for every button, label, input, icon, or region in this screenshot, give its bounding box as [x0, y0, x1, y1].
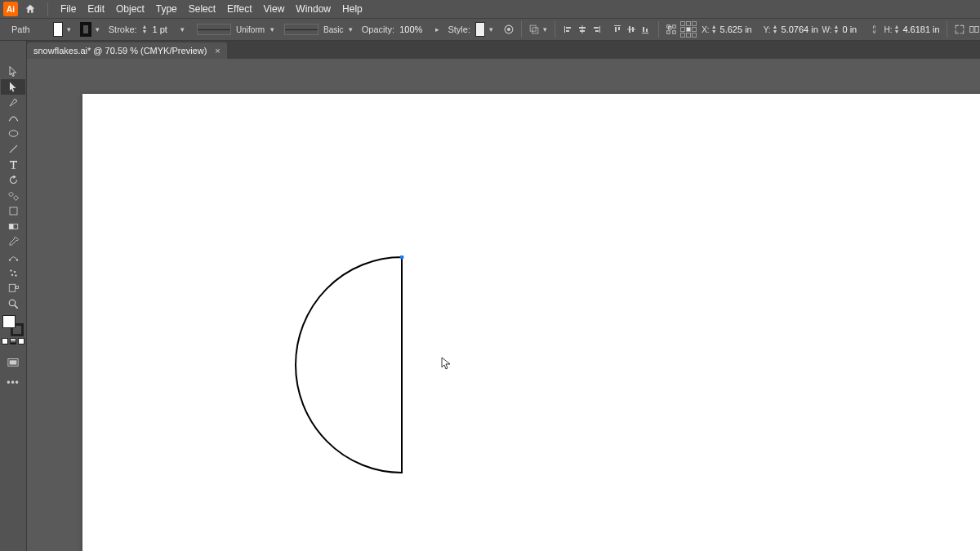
- x-field[interactable]: [720, 24, 758, 34]
- isolate-icon[interactable]: [954, 21, 965, 38]
- selection-type-label: Path: [11, 24, 30, 34]
- svg-point-47: [400, 256, 404, 260]
- svg-rect-42: [16, 287, 18, 289]
- fill-stroke-controls[interactable]: [2, 315, 24, 336]
- transform-dropdown[interactable]: ▾: [543, 25, 548, 33]
- pen-tool[interactable]: [1, 95, 25, 110]
- align-vcenter-icon[interactable]: [625, 22, 638, 37]
- artboard[interactable]: [82, 94, 980, 551]
- svg-point-37: [10, 269, 11, 271]
- divider: [658, 21, 659, 38]
- stroke-label: Stroke:: [109, 24, 137, 34]
- fill-indicator[interactable]: [2, 315, 16, 328]
- variable-width-label: Uniform: [236, 25, 265, 34]
- menu-type[interactable]: Type: [150, 0, 183, 18]
- svg-rect-24: [672, 25, 675, 29]
- close-tab-icon[interactable]: ×: [215, 46, 220, 56]
- brush-dropdown[interactable]: ▾: [349, 25, 354, 33]
- recolor-icon[interactable]: [503, 21, 514, 38]
- stroke-dropdown[interactable]: ▾: [95, 25, 100, 33]
- menu-window[interactable]: Window: [290, 0, 336, 18]
- brush-preview[interactable]: [284, 24, 318, 35]
- reference-point-grid[interactable]: [680, 20, 697, 38]
- artboard-tool[interactable]: [1, 281, 25, 296]
- menu-select[interactable]: Select: [183, 0, 221, 18]
- fill-dropdown[interactable]: ▾: [66, 25, 71, 33]
- transform-icon[interactable]: [528, 21, 540, 38]
- menu-object[interactable]: Object: [110, 0, 150, 18]
- variable-width-dropdown[interactable]: ▾: [270, 25, 274, 33]
- direct-selection-tool[interactable]: [1, 79, 25, 95]
- blend-tool[interactable]: [1, 250, 25, 265]
- edit-toolbar-button[interactable]: •••: [7, 377, 20, 389]
- svg-rect-6: [566, 30, 569, 32]
- align-right-icon[interactable]: [590, 22, 603, 37]
- screen-mode-button[interactable]: [4, 356, 22, 369]
- shape-builder-tool[interactable]: [1, 188, 25, 203]
- h-stepper[interactable]: ▲▼: [893, 24, 899, 34]
- svg-rect-11: [594, 27, 599, 29]
- color-mode-none[interactable]: [18, 338, 24, 344]
- x-stepper[interactable]: ▲▼: [711, 24, 717, 34]
- align-bottom-icon[interactable]: [639, 22, 652, 37]
- style-dropdown[interactable]: ▾: [488, 25, 493, 33]
- align-vertical-group: [611, 22, 652, 37]
- color-mode-solid[interactable]: [2, 338, 8, 344]
- svg-rect-21: [646, 29, 648, 32]
- rotate-tool[interactable]: [1, 172, 25, 188]
- color-mode-gradient[interactable]: [10, 338, 16, 344]
- h-field[interactable]: [902, 24, 940, 34]
- stroke-swatch[interactable]: [80, 22, 91, 37]
- variable-width-preview[interactable]: [197, 24, 231, 35]
- color-mode-row: [2, 338, 24, 344]
- menu-edit[interactable]: Edit: [82, 0, 110, 18]
- menu-effect[interactable]: Effect: [221, 0, 257, 18]
- fill-swatch[interactable]: [53, 22, 63, 37]
- svg-rect-32: [10, 207, 17, 215]
- brush-label: Basic: [323, 25, 343, 34]
- h-field-group: H: ▲▼: [882, 24, 940, 34]
- stroke-weight-dropdown[interactable]: ▾: [180, 25, 185, 33]
- shape-mode-icon[interactable]: [666, 21, 677, 38]
- symbol-sprayer-tool[interactable]: [1, 265, 25, 281]
- stroke-weight-field[interactable]: [153, 24, 177, 34]
- align-hcenter-icon[interactable]: [576, 22, 589, 37]
- curvature-tool[interactable]: [1, 110, 25, 126]
- y-field[interactable]: [782, 24, 819, 34]
- ellipse-tool[interactable]: [1, 126, 25, 141]
- style-swatch[interactable]: [475, 22, 485, 37]
- menu-view[interactable]: View: [258, 0, 291, 18]
- transform-each-icon[interactable]: [969, 21, 980, 38]
- align-top-icon[interactable]: [611, 22, 624, 37]
- svg-rect-34: [9, 224, 13, 229]
- menu-help[interactable]: Help: [336, 0, 368, 18]
- fx-flyout[interactable]: ▸: [434, 25, 439, 33]
- menu-file[interactable]: File: [55, 0, 82, 18]
- svg-rect-9: [580, 30, 585, 32]
- svg-rect-41: [9, 284, 16, 291]
- svg-point-40: [15, 274, 16, 276]
- svg-rect-12: [595, 30, 599, 32]
- document-tab[interactable]: snowflakes.ai* @ 70.59 % (CMYK/Preview) …: [27, 42, 227, 59]
- svg-rect-5: [566, 27, 571, 29]
- workspace[interactable]: [27, 59, 980, 551]
- align-left-icon[interactable]: [562, 22, 575, 37]
- type-tool[interactable]: [1, 157, 25, 172]
- path-half-circle[interactable]: [295, 256, 404, 474]
- stroke-weight-stepper[interactable]: ▲▼: [142, 24, 148, 34]
- divider: [555, 21, 555, 38]
- home-icon[interactable]: [23, 2, 38, 16]
- opacity-field[interactable]: [399, 24, 424, 34]
- selection-tool[interactable]: [1, 64, 25, 79]
- cursor-icon: [441, 357, 451, 371]
- line-tool[interactable]: [1, 141, 25, 157]
- w-stepper[interactable]: ▲▼: [834, 24, 840, 34]
- eyedropper-tool[interactable]: [1, 234, 25, 250]
- zoom-tool[interactable]: [1, 296, 25, 312]
- gradient-tool[interactable]: [1, 219, 25, 234]
- w-field[interactable]: [842, 24, 866, 34]
- perspective-tool[interactable]: [1, 203, 25, 219]
- svg-rect-27: [970, 27, 973, 33]
- y-stepper[interactable]: ▲▼: [773, 24, 778, 34]
- constrain-proportions-icon[interactable]: [870, 21, 879, 38]
